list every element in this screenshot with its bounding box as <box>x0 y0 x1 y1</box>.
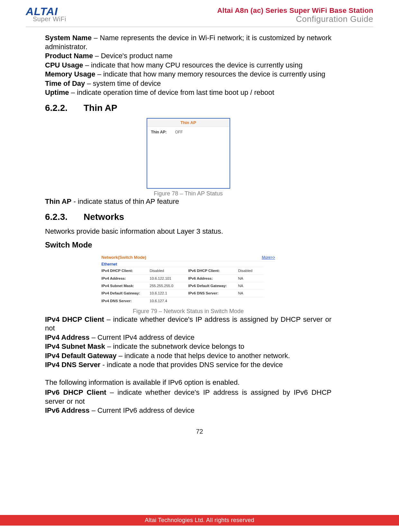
network-panel: Network(Switch Mode) More>> Ethernet IPv… <box>98 254 278 306</box>
logo-main: ALTAI <box>26 6 66 16</box>
def-thin-ap: Thin AP - indicate status of thin AP fea… <box>45 197 331 206</box>
ethernet-subheading: Ethernet <box>102 261 275 267</box>
figure-79-caption: Figure 79 – Network Status in Switch Mod… <box>45 308 331 315</box>
ipv4-dhcp-client-label: IPv4 DHCP Client: <box>102 267 150 274</box>
ipv4-gateway-value: 10.6.122.1 <box>150 289 188 297</box>
def-ipv6-address: IPv6 Address – Current IPv6 address of d… <box>45 406 331 415</box>
ipv4-address-label: IPv4 Address: <box>102 275 150 282</box>
logo: ALTAI Super WiFi <box>26 6 66 23</box>
doc-title-line2: Configuration Guide <box>217 14 373 24</box>
ipv6-intro: The following information is available i… <box>45 378 331 387</box>
ipv6-gateway-value: NA <box>238 282 264 289</box>
def-ipv4-gateway: IPv4 Default Gateway – indicate a node t… <box>45 351 331 360</box>
heading-switch-mode: Switch Mode <box>45 240 331 250</box>
figure-78-wrap: Thin AP Thin AP: OFF Figure 78 – Thin AP… <box>45 118 331 197</box>
network-grid: IPv4 DHCP Client: Disabled IPv6 DHCP Cli… <box>102 267 275 304</box>
def-memory-usage: Memory Usage – indicate that how many me… <box>45 70 331 79</box>
ipv4-gateway-label: IPv4 Default Gateway: <box>102 289 150 297</box>
ipv4-address-value: 10.6.122.101 <box>150 275 188 282</box>
def-cpu-usage: CPU Usage – indicate that how many CPU r… <box>45 61 331 70</box>
def-time-of-day: Time of Day – system time of device <box>45 79 331 88</box>
def-ipv4-subnet: IPv4 Subnet Mask – indicate the subnetwo… <box>45 342 331 351</box>
definitions-block-2: IPv4 DHCP Client – indicate whether devi… <box>45 315 331 369</box>
header-titles: Altai A8n (ac) Series Super WiFi Base St… <box>217 6 373 24</box>
def-ipv6-dhcp-client: IPv6 DHCP Client – indicate whether devi… <box>45 388 331 406</box>
thin-ap-panel-heading: Thin AP <box>147 119 230 126</box>
figure-78-caption: Figure 78 – Thin AP Status <box>45 190 331 197</box>
thin-ap-label: Thin AP: <box>151 130 175 135</box>
definitions-block-1: System Name – Name represents the device… <box>45 33 331 97</box>
page-header: ALTAI Super WiFi Altai A8n (ac) Series S… <box>26 6 373 27</box>
ipv6-dns-label: IPv6 DNS Server: <box>188 289 238 297</box>
ipv4-subnet-label: IPv4 Subnet Mask: <box>102 282 150 289</box>
ipv4-dns-label: IPv4 DNS Server: <box>102 297 150 304</box>
ipv6-gateway-label: IPv6 Default Gateway: <box>188 282 238 289</box>
def-ipv4-address: IPv4 Address – Current IPv4 address of d… <box>45 333 331 342</box>
heading-6-2-2: 6.2.2.Thin AP <box>45 102 331 113</box>
ipv4-dhcp-client-value: Disabled <box>150 267 188 274</box>
more-link[interactable]: More>> <box>262 255 275 260</box>
def-product-name: Product Name – Device's product name <box>45 51 331 60</box>
networks-intro: Networks provide basic information about… <box>45 227 331 236</box>
ipv6-dhcp-client-label: IPv6 DHCP Client: <box>188 267 238 274</box>
def-system-name: System Name – Name represents the device… <box>45 33 331 51</box>
def-uptime: Uptime – indicate operation time of devi… <box>45 88 331 97</box>
ipv6-dhcp-client-value: Disabled <box>238 267 264 274</box>
thin-ap-value: OFF <box>175 130 183 135</box>
ipv4-dns-value: 10.6.127.4 <box>150 297 188 304</box>
thin-ap-row: Thin AP: OFF <box>151 130 226 135</box>
doc-title-line1: Altai A8n (ac) Series Super WiFi Base St… <box>217 6 373 15</box>
ipv6-address-value: NA <box>238 275 264 282</box>
def-ipv4-dns: IPv4 DNS Server - indicate a node that p… <box>45 360 331 369</box>
page-number: 72 <box>26 428 373 435</box>
footer-bar: Altai Technologies Ltd. All rights reser… <box>0 515 399 526</box>
ipv4-subnet-value: 255.255.255.0 <box>150 282 188 289</box>
ipv6-dns-value: NA <box>238 289 264 297</box>
heading-6-2-3: 6.2.3.Networks <box>45 211 331 222</box>
logo-sub: Super WiFi <box>33 15 66 23</box>
thin-ap-panel: Thin AP Thin AP: OFF <box>147 118 230 189</box>
definitions-block-3: IPv6 DHCP Client – indicate whether devi… <box>45 388 331 415</box>
figure-79-wrap: Network(Switch Mode) More>> Ethernet IPv… <box>45 254 331 315</box>
ipv6-address-label: IPv6 Address: <box>188 275 238 282</box>
def-ipv4-dhcp-client: IPv4 DHCP Client – indicate whether devi… <box>45 315 331 333</box>
network-panel-heading: Network(Switch Mode) <box>102 255 146 260</box>
